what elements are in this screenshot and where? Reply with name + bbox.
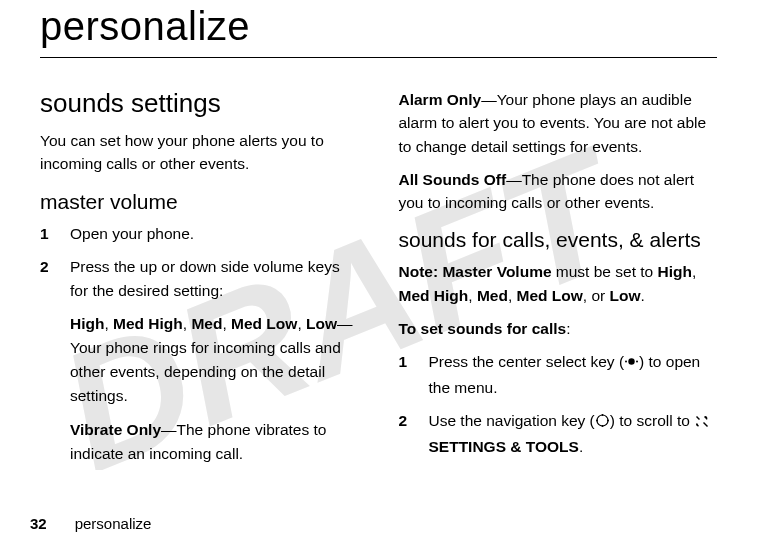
page-footer: 32personalize [30, 515, 151, 532]
footer-label: personalize [75, 515, 152, 532]
center-select-key-icon [624, 352, 639, 376]
svg-point-1 [628, 358, 634, 364]
svg-point-4 [597, 415, 608, 426]
alarm-only-desc: Alarm Only—Your phone plays an audible a… [399, 88, 718, 158]
chapter-title: personalize [40, 4, 717, 58]
subsection-master-volume: master volume [40, 190, 359, 214]
right-column: Alarm Only—Your phone plays an audible a… [399, 88, 718, 476]
master-volume-steps: Open your phone. Press the up or down si… [40, 222, 359, 303]
navigation-key-icon [595, 411, 610, 435]
step-1: Open your phone. [40, 222, 359, 246]
page-number: 32 [30, 515, 47, 532]
section-sounds-settings: sounds settings [40, 88, 359, 119]
svg-point-2 [625, 361, 627, 363]
volume-levels-desc: High, Med High, Med, Med Low, Low—Your p… [40, 312, 359, 408]
step-1-center-key: Press the center select key () to open t… [399, 350, 718, 400]
subsection-sounds-for-calls: sounds for calls, events, & alerts [399, 228, 718, 252]
all-sounds-off-desc: All Sounds Off—The phone does not alert … [399, 168, 718, 215]
step-2: Press the up or down side volume keys fo… [40, 255, 359, 303]
svg-point-8 [607, 420, 609, 422]
vibrate-only-desc: Vibrate Only—The phone vibrates to indic… [40, 418, 359, 466]
to-set-sounds-label: To set sounds for calls: [399, 317, 718, 340]
svg-point-7 [596, 420, 598, 422]
set-sounds-steps: Press the center select key () to open t… [399, 350, 718, 459]
step-2-nav-key: Use the navigation key () to scroll to S… [399, 409, 718, 459]
svg-point-6 [601, 425, 603, 427]
intro-text: You can set how your phone alerts you to… [40, 129, 359, 176]
left-column: sounds settings You can set how your pho… [40, 88, 359, 476]
svg-point-5 [601, 414, 603, 416]
svg-point-3 [636, 361, 638, 363]
note-text: Note: Master Volume must be set to High,… [399, 260, 718, 307]
tools-icon [694, 411, 710, 435]
